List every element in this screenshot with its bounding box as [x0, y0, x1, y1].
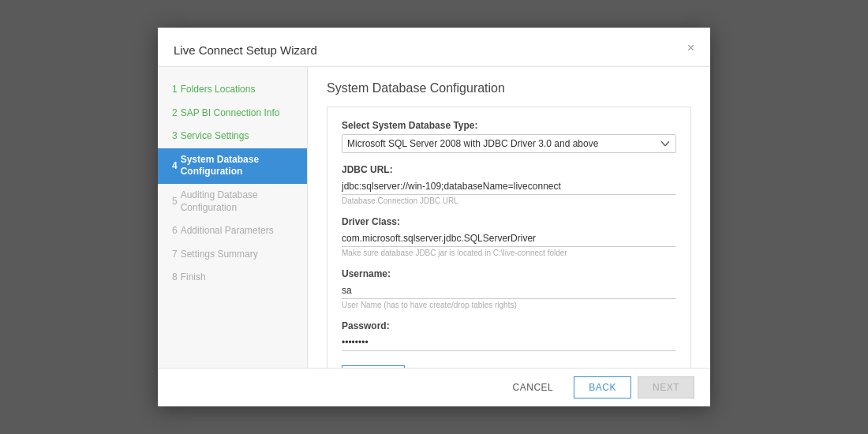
- step-1-label: Folders Locations: [181, 84, 256, 96]
- next-button[interactable]: NEXT: [638, 376, 694, 398]
- driver-class-label: Driver Class:: [342, 216, 676, 227]
- step-2-label: SAP BI Connection Info: [181, 107, 280, 120]
- jdbc-url-input[interactable]: [342, 178, 676, 195]
- sidebar-item-additional[interactable]: 6 Additional Parameters: [158, 219, 307, 243]
- sidebar: 1 Folders Locations 2 SAP BI Connection …: [158, 67, 308, 368]
- step-8-number: 8: [172, 271, 178, 284]
- step-6-label: Additional Parameters: [181, 225, 274, 238]
- step-1-number: 1: [172, 84, 178, 96]
- db-type-select[interactable]: Microsoft SQL Server 2008 with JDBC Driv…: [342, 134, 676, 153]
- step-3-number: 3: [172, 130, 178, 143]
- jdbc-url-group: JDBC URL: Database Connection JDBC URL: [342, 164, 676, 205]
- db-type-label: Select System Database Type:: [342, 120, 676, 131]
- step-7-label: Settings Summary: [181, 249, 258, 261]
- back-button[interactable]: BACK: [574, 376, 631, 398]
- driver-class-hint: Make sure database JDBC jar is located i…: [342, 249, 676, 257]
- jdbc-url-label: JDBC URL:: [342, 164, 676, 175]
- driver-class-input[interactable]: [342, 230, 676, 247]
- db-type-group: Select System Database Type: Microsoft S…: [342, 120, 676, 153]
- username-input[interactable]: [342, 282, 676, 299]
- step-5-number: 5: [172, 196, 178, 208]
- form-box: Select System Database Type: Microsoft S…: [327, 107, 691, 368]
- username-group: Username: User Name (has to have create/…: [342, 268, 676, 309]
- step-4-label: System Database Configuration: [181, 154, 296, 178]
- password-label: Password:: [342, 320, 676, 331]
- dialog: Live Connect Setup Wizard × 1 Folders Lo…: [158, 28, 710, 406]
- step-2-number: 2: [172, 107, 178, 120]
- close-button[interactable]: ×: [687, 42, 694, 54]
- dialog-title: Live Connect Setup Wizard: [174, 42, 317, 58]
- password-group: Password:: [342, 320, 676, 351]
- step-8-label: Finish: [181, 271, 206, 284]
- dialog-body: 1 Folders Locations 2 SAP BI Connection …: [158, 67, 710, 368]
- dialog-header: Live Connect Setup Wizard ×: [158, 28, 710, 67]
- step-5-label: Auditing Database Configuration: [181, 189, 296, 214]
- sidebar-item-auditing[interactable]: 5 Auditing Database Configuration: [158, 184, 307, 219]
- jdbc-url-hint: Database Connection JDBC URL: [342, 196, 676, 205]
- dialog-footer: CANCEL BACK NEXT: [158, 368, 710, 406]
- section-title: System Database Configuration: [327, 81, 691, 95]
- main-content: System Database Configuration Select Sys…: [308, 67, 710, 368]
- sidebar-item-service[interactable]: 3 Service Settings: [158, 125, 307, 148]
- username-label: Username:: [342, 268, 676, 279]
- password-input[interactable]: [342, 335, 676, 351]
- sidebar-item-folders[interactable]: 1 Folders Locations: [158, 78, 307, 102]
- sidebar-item-sap[interactable]: 2 SAP BI Connection Info: [158, 102, 307, 125]
- sidebar-item-summary[interactable]: 7 Settings Summary: [158, 243, 307, 267]
- step-7-number: 7: [172, 249, 178, 261]
- sidebar-item-finish[interactable]: 8 Finish: [158, 266, 307, 290]
- driver-class-group: Driver Class: Make sure database JDBC ja…: [342, 216, 676, 257]
- sidebar-item-system-db[interactable]: 4 System Database Configuration: [158, 148, 307, 184]
- step-4-number: 4: [172, 160, 178, 173]
- username-hint: User Name (has to have create/drop table…: [342, 301, 676, 309]
- step-6-number: 6: [172, 225, 178, 238]
- cancel-button[interactable]: CANCEL: [499, 377, 568, 398]
- step-3-label: Service Settings: [181, 130, 249, 143]
